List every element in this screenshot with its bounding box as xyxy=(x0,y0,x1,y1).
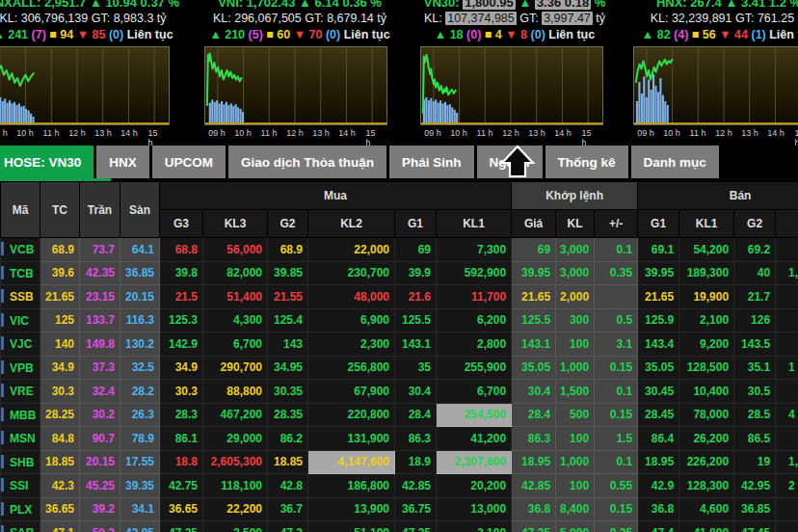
cell-bid-kl3[interactable]: 467,200 xyxy=(203,403,268,427)
cell-bid-kl2[interactable]: 2,300 xyxy=(308,332,395,357)
cell-bid-kl1[interactable]: 13,000 xyxy=(437,497,512,521)
cell-ask-kl2[interactable] xyxy=(776,238,798,262)
cell-bid-kl1[interactable]: 2,800 xyxy=(437,332,512,357)
cell-bid-g1[interactable]: 39.9 xyxy=(395,261,437,285)
cell-match-chg[interactable]: 0.15 xyxy=(595,497,638,521)
cell-ask-kl1[interactable]: 41,800 xyxy=(679,521,734,532)
cell-ask-g1[interactable]: 21.65 xyxy=(638,285,679,309)
cell-ask-g1[interactable]: 30.45 xyxy=(638,380,679,404)
cell-match-gia[interactable]: 69 xyxy=(512,238,556,262)
cell-match-chg[interactable]: 0.1 xyxy=(595,238,638,262)
cell-tc[interactable]: 18.85 xyxy=(40,450,80,474)
cell-bid-g2[interactable]: 34.95 xyxy=(268,356,308,380)
cell-ask-kl1[interactable]: 2,100 xyxy=(679,308,734,332)
cell-match-gia[interactable]: 36.8 xyxy=(512,497,556,521)
cell-bid-kl3[interactable]: 4,300 xyxy=(203,308,268,332)
cell-bid-g3[interactable]: 36.65 xyxy=(160,497,203,521)
cell-san[interactable]: 26.3 xyxy=(120,403,160,427)
tab-giao-dch-tha-thun[interactable]: Giao dịch Thỏa thuận xyxy=(228,146,386,178)
cell-tc[interactable]: 125 xyxy=(40,308,80,332)
symbol-cell-vjc[interactable]: VJC xyxy=(1,332,40,357)
cell-bid-kl1[interactable]: 7,300 xyxy=(437,238,512,262)
cell-match-chg[interactable]: 0.1 xyxy=(595,450,638,474)
cell-bid-kl1[interactable]: 41,200 xyxy=(437,427,512,451)
cell-bid-g3[interactable]: 21.5 xyxy=(160,285,203,309)
cell-ask-g2[interactable]: 42.95 xyxy=(734,474,776,498)
cell-ask-kl2[interactable] xyxy=(776,427,798,451)
cell-bid-kl3[interactable]: 290,700 xyxy=(203,356,268,380)
cell-bid-g3[interactable]: 39.8 xyxy=(160,261,203,285)
cell-ask-kl1[interactable]: 54,200 xyxy=(679,238,734,262)
cell-match-kl[interactable]: 1,000 xyxy=(556,450,595,474)
symbol-cell-vic[interactable]: VIC xyxy=(1,308,40,332)
cell-bid-g2[interactable]: 125.4 xyxy=(268,308,308,332)
cell-bid-kl1[interactable]: 2,307,600 xyxy=(437,450,512,474)
cell-tran[interactable]: 149.8 xyxy=(80,332,120,357)
cell-bid-g3[interactable]: 42.75 xyxy=(160,474,203,498)
cell-san[interactable]: 116.3 xyxy=(120,308,160,332)
cell-bid-kl2[interactable]: 230,700 xyxy=(308,261,395,285)
cell-ask-kl1[interactable]: 189,300 xyxy=(679,261,734,285)
cell-bid-g3[interactable]: 34.9 xyxy=(160,356,203,380)
cell-ask-kl1[interactable]: 19,900 xyxy=(679,285,734,309)
cell-san[interactable]: 34.1 xyxy=(120,497,160,521)
cell-tran[interactable]: 90.7 xyxy=(80,427,120,451)
symbol-cell-tcb[interactable]: TCB xyxy=(1,261,40,285)
cell-ask-g1[interactable]: 143.4 xyxy=(638,332,679,357)
cell-bid-g1[interactable]: 69 xyxy=(395,238,437,262)
symbol-cell-ssb[interactable]: SSB xyxy=(1,285,40,309)
cell-bid-kl2[interactable]: 67,900 xyxy=(308,380,395,404)
cell-match-kl[interactable]: 3,000 xyxy=(556,261,595,285)
cell-san[interactable]: 20.15 xyxy=(120,285,160,309)
cell-match-kl[interactable]: 1,500 xyxy=(556,380,595,404)
cell-san[interactable]: 32.5 xyxy=(120,356,160,380)
cell-ask-kl1[interactable]: 78,000 xyxy=(679,403,734,427)
cell-bid-g3[interactable]: 18.8 xyxy=(160,450,203,474)
cell-tc[interactable]: 68.9 xyxy=(40,238,80,262)
cell-ask-kl2[interactable] xyxy=(776,497,798,521)
cell-bid-kl3[interactable]: 118,100 xyxy=(203,474,268,498)
symbol-cell-sab[interactable]: SAB xyxy=(1,521,40,532)
cell-ask-kl1[interactable]: 128,500 xyxy=(679,356,734,380)
cell-bid-g1[interactable]: 125.5 xyxy=(395,308,437,332)
cell-tran[interactable]: 42.35 xyxy=(80,261,120,285)
cell-match-chg[interactable]: 0.5 xyxy=(595,308,638,332)
cell-bid-g1[interactable]: 30.4 xyxy=(395,380,437,404)
cell-ask-kl2[interactable]: 1 xyxy=(776,356,798,380)
cell-bid-kl2[interactable]: 4,147,600 xyxy=(308,450,395,474)
cell-ask-g1[interactable]: 39.95 xyxy=(638,261,679,285)
cell-bid-g3[interactable]: 68.8 xyxy=(160,238,203,262)
cell-tc[interactable]: 47.1 xyxy=(40,521,80,532)
cell-bid-g1[interactable]: 36.75 xyxy=(395,497,437,521)
cell-ask-g2[interactable]: 69.2 xyxy=(734,238,776,262)
symbol-cell-vpb[interactable]: VPB xyxy=(1,356,40,380)
cell-bid-g2[interactable]: 36.7 xyxy=(268,497,308,521)
cell-bid-g3[interactable]: 86.1 xyxy=(160,427,203,451)
cell-bid-g1[interactable]: 18.9 xyxy=(395,450,437,474)
cell-bid-g3[interactable]: 125.3 xyxy=(160,308,203,332)
cell-ask-g2[interactable]: 143.5 xyxy=(734,332,776,357)
symbol-cell-mbb[interactable]: MBB xyxy=(1,403,40,427)
cell-ask-kl1[interactable]: 26,200 xyxy=(679,427,734,451)
cell-ask-g2[interactable]: 47.45 xyxy=(734,521,776,532)
cell-match-chg[interactable]: 3.1 xyxy=(595,332,638,357)
cell-bid-kl3[interactable]: 22,200 xyxy=(203,497,268,521)
cell-match-kl[interactable]: 8,400 xyxy=(556,497,595,521)
cell-bid-kl3[interactable]: 29,000 xyxy=(203,427,268,451)
cell-bid-kl2[interactable]: 131,900 xyxy=(308,427,395,451)
cell-bid-kl3[interactable]: 82,000 xyxy=(203,261,268,285)
tab-phi-sinh[interactable]: Phái Sinh xyxy=(389,146,474,178)
cell-san[interactable]: 78.9 xyxy=(120,427,160,451)
cell-bid-g2[interactable]: 28.35 xyxy=(268,403,308,427)
cell-bid-g1[interactable]: 21.6 xyxy=(395,285,437,309)
cell-match-chg[interactable]: 1.5 xyxy=(595,427,638,451)
cell-bid-kl1[interactable]: 6,700 xyxy=(437,380,512,404)
cell-bid-kl3[interactable]: 51,400 xyxy=(203,285,268,309)
symbol-cell-shb[interactable]: SHB xyxy=(1,450,40,474)
cell-match-gia[interactable]: 143.1 xyxy=(512,332,556,357)
cell-bid-g1[interactable]: 35 xyxy=(395,356,437,380)
tab-upcom[interactable]: UPCOM xyxy=(152,146,226,178)
cell-tc[interactable]: 36.65 xyxy=(40,497,80,521)
cell-ask-kl2[interactable] xyxy=(776,285,798,309)
cell-match-gia[interactable]: 21.65 xyxy=(512,285,556,309)
